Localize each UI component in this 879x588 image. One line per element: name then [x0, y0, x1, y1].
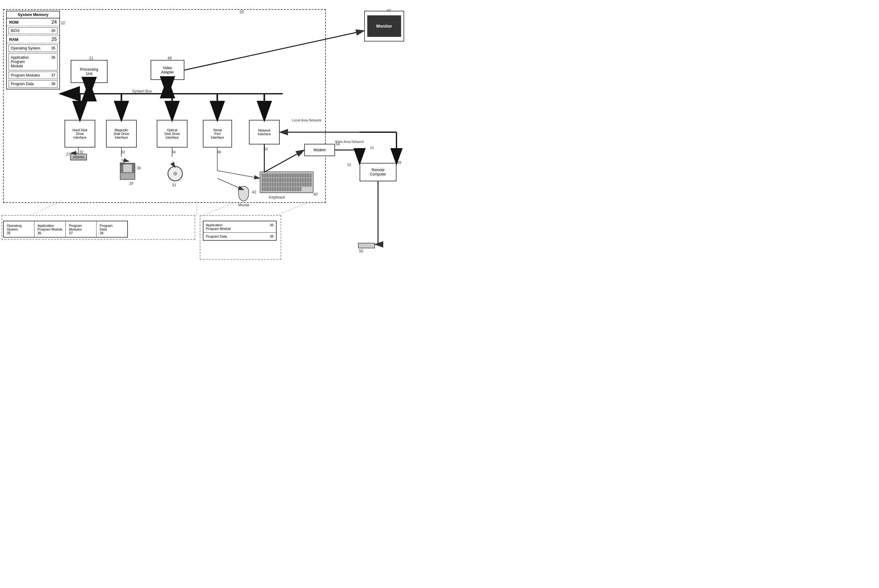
- app-program-label: ApplicationProgramModule: [11, 56, 29, 68]
- wide-area-network-label: Wide Area Network: [335, 140, 364, 144]
- ram-row: RAM 25: [7, 35, 59, 44]
- bottom-right-box: ApplicationProgram Module 36 Program Dat…: [203, 221, 277, 241]
- network-interface-box: NetworkInterface: [249, 120, 280, 144]
- optical-interface-box: OpticalDisk DriveInterface: [157, 120, 188, 147]
- rom-num: 24: [51, 20, 57, 25]
- bottom-ram-box: OperatingSystem 35 ApplicationProgram Mo…: [3, 221, 128, 238]
- cd-inner: [173, 172, 177, 176]
- label-20: 20: [240, 10, 244, 14]
- bottom-prog-cell: ProgramModules 37: [66, 221, 96, 237]
- remote-computer-box: RemoteComputer: [360, 163, 396, 182]
- bottom-os-cell: OperatingSystem 35: [4, 221, 34, 237]
- label-31: 31: [172, 183, 176, 187]
- label-52: 52: [347, 163, 351, 166]
- network-interface-label: NetworkInterface: [258, 129, 271, 136]
- processing-unit-box: ProcessingUnit: [71, 60, 108, 83]
- ram-num: 25: [51, 37, 57, 42]
- os-item: Operating System 35: [9, 45, 57, 52]
- bottom-prog-label: ProgramModules: [69, 224, 93, 231]
- serial-interface-label: SerialPortInterface: [211, 128, 224, 139]
- bottom-data-cell: ProgramData 38: [96, 221, 127, 237]
- monitor-screen: Monitor: [367, 15, 401, 37]
- keyboard: [260, 171, 314, 193]
- label-49: 49: [397, 160, 401, 165]
- svg-line-35: [277, 203, 308, 215]
- svg-line-32: [31, 201, 62, 215]
- bios-num: 26: [51, 28, 56, 33]
- br-data-cell: Program Data 38: [204, 232, 276, 240]
- remote-computer-label: RemoteComputer: [370, 168, 386, 176]
- label-47: 47: [387, 9, 391, 13]
- label-50: 50: [359, 249, 363, 253]
- mouse: [238, 186, 249, 201]
- system-memory-title: System Memory: [7, 11, 59, 18]
- small-hdd: [358, 243, 375, 248]
- mag-interface-box: MagneticDisk DriveInterface: [106, 120, 137, 147]
- rom-row: ROM 24: [7, 18, 59, 26]
- label-27: 27: [66, 152, 70, 156]
- label-40: 40: [314, 192, 318, 196]
- label-51: 51: [370, 146, 374, 150]
- label-21: 21: [89, 56, 93, 60]
- br-app-label: ApplicationProgram Module: [206, 223, 231, 231]
- label-22: 22: [61, 21, 65, 25]
- monitor-label: Monitor: [376, 24, 392, 28]
- label-23: 23: [166, 105, 171, 109]
- br-app-cell: ApplicationProgram Module 36: [204, 221, 276, 232]
- label-53: 53: [264, 147, 268, 151]
- mouse-label: Mouse: [238, 203, 249, 207]
- system-memory-box: System Memory ROM 24 BIOS 26 RAM 25 Oper…: [6, 11, 60, 90]
- video-adapter-label: VideoAdapter: [161, 66, 174, 74]
- optical-interface-label: OpticalDisk DriveInterface: [164, 128, 180, 139]
- diagram: 20 System Memory ROM 24 BIOS 26 RAM 25 O…: [0, 0, 440, 294]
- prog-data-item: Program Data 38: [9, 80, 57, 88]
- prog-data-num: 38: [51, 82, 56, 86]
- label-34: 34: [171, 150, 176, 154]
- bottom-data-num: 38: [100, 231, 124, 235]
- keyboard-keys: [260, 172, 313, 192]
- label-33: 33: [121, 150, 125, 154]
- video-adapter-box: VideoAdapter: [151, 60, 184, 80]
- bottom-app-label: ApplicationProgram Module: [38, 224, 62, 231]
- bottom-os-num: 35: [7, 231, 31, 235]
- svg-line-34: [203, 203, 234, 215]
- modem-box: Modem: [304, 144, 335, 156]
- hdd-icon: [70, 154, 87, 160]
- rom-label: ROM: [9, 20, 18, 25]
- mag-interface-label: MagneticDisk DriveInterface: [114, 128, 129, 139]
- cd-icon: [168, 166, 183, 182]
- serial-interface-box: SerialPortInterface: [203, 120, 232, 147]
- bios-label: BIOS: [11, 28, 20, 33]
- hdd-interface-label: Hard DiskDriveInterface: [72, 128, 87, 139]
- prog-modules-item: Program Modules 37: [9, 72, 57, 79]
- keyboard-label: Keyboard: [269, 195, 285, 200]
- bottom-prog-num: 37: [69, 231, 93, 235]
- bottom-app-cell: ApplicationProgram Module 36: [34, 221, 66, 237]
- prog-modules-label: Program Modules: [11, 73, 40, 78]
- ram-label: RAM: [9, 37, 18, 42]
- bottom-data-label: ProgramData: [100, 224, 124, 231]
- modem-label: Modem: [314, 148, 326, 152]
- label-42: 42: [252, 190, 256, 194]
- label-28: 28: [120, 161, 124, 166]
- prog-data-label: Program Data: [11, 82, 34, 86]
- label-48: 48: [168, 56, 171, 60]
- bottom-os-label: OperatingSystem: [7, 224, 31, 231]
- bottom-app-num: 36: [38, 231, 62, 235]
- system-bus-label: System Bus: [132, 89, 152, 93]
- os-label: Operating System: [11, 46, 40, 50]
- processing-unit-label: ProcessingUnit: [80, 68, 98, 76]
- monitor-box: Monitor: [364, 11, 404, 42]
- os-num: 35: [51, 46, 56, 50]
- br-app-num: 36: [270, 223, 273, 231]
- bios-row: BIOS 26: [9, 27, 57, 34]
- label-46: 46: [217, 150, 221, 154]
- app-num: 36: [51, 56, 56, 68]
- label-30: 30: [137, 166, 141, 170]
- br-data-num: 38: [270, 234, 273, 238]
- br-data-label: Program Data: [206, 234, 227, 238]
- local-area-network-label: Local Area Network: [292, 118, 321, 122]
- app-program-item: ApplicationProgramModule 36: [9, 53, 57, 70]
- label-29: 29: [129, 182, 133, 186]
- prog-num: 37: [51, 73, 56, 78]
